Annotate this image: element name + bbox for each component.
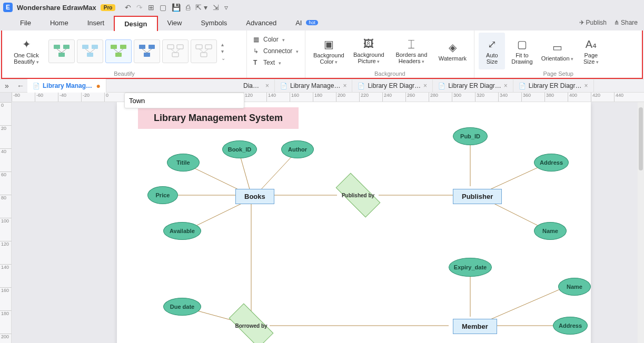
svg-rect-25 (196, 45, 202, 49)
sparkle-icon: ✦ (20, 38, 33, 51)
attr-title[interactable]: Titile (167, 154, 200, 172)
ribbon: ✦ One Click Beautify ▴▾⌄ Beautify ▦Color… (1, 31, 643, 79)
page[interactable]: Library Management System Books Publishe… (117, 102, 591, 343)
svg-line-44 (488, 286, 567, 320)
text-dropdown[interactable]: TText (251, 58, 283, 67)
attr-price[interactable]: Price (147, 186, 178, 204)
auto-size-button[interactable]: ⤢Auto Size (479, 33, 505, 69)
style-gallery-scroll[interactable]: ▴▾⌄ (219, 42, 225, 61)
tab-3[interactable]: 📄Library ER Diagr…× (352, 79, 433, 93)
canvas[interactable]: Library Management System Books Publishe… (12, 102, 644, 343)
svg-rect-2 (58, 53, 65, 57)
shape-text-input[interactable] (124, 93, 244, 108)
file-icon: 📄 (438, 83, 445, 89)
tab-1[interactable]: Dia…× (238, 79, 275, 93)
fit-to-drawing-button[interactable]: ▢Fit to Drawing (507, 33, 537, 69)
file-icon: 📄 (358, 83, 365, 89)
attr-m-address[interactable]: Address (553, 317, 588, 335)
tab-0[interactable]: 📄 Library Manag… ● (27, 79, 106, 93)
style-3[interactable] (105, 39, 132, 63)
attr-author[interactable]: Author (281, 140, 314, 158)
watermark-icon: ◈ (449, 41, 457, 54)
file-icon: 📄 (33, 83, 40, 89)
background-color-button[interactable]: ▣Background Color (310, 33, 348, 69)
attr-available[interactable]: Available (163, 222, 201, 240)
vertical-scrollbar[interactable] (638, 102, 644, 343)
attr-expiry[interactable]: Expiry_date (449, 258, 492, 277)
attr-m-name[interactable]: Name (558, 278, 591, 296)
attr-due-date[interactable]: Due date (163, 298, 201, 316)
file-icon: 📄 (280, 83, 288, 89)
entity-member[interactable]: Member (453, 319, 497, 334)
export-icon[interactable]: ⇱ ▾ (195, 3, 207, 12)
svg-line-4 (62, 49, 66, 53)
color-dropdown[interactable]: ▦Color (251, 35, 287, 44)
ribbon-group-label: Background (310, 69, 470, 77)
svg-rect-10 (111, 45, 117, 49)
attr-name[interactable]: Name (534, 222, 567, 240)
menu-insert[interactable]: Insert (78, 16, 114, 30)
style-5[interactable] (162, 39, 189, 63)
background-picture-button[interactable]: 🖼Background Picture (350, 33, 388, 69)
more-icon[interactable]: ▿ (224, 3, 228, 12)
svg-rect-1 (63, 45, 70, 49)
title-bar: E Wondershare EdrawMax Pro ↶ ↷ ⊞ ▢ 💾 ⎙ ⇱… (0, 0, 644, 15)
entity-publisher[interactable]: Publisher (453, 189, 502, 204)
attr-book-id[interactable]: Book_ID (222, 140, 257, 158)
borders-headers-button[interactable]: ⌶Borders and Headers (390, 33, 433, 69)
svg-rect-22 (172, 53, 179, 57)
svg-rect-20 (167, 45, 174, 49)
svg-line-3 (57, 49, 62, 53)
one-click-beautify-button[interactable]: ✦ One Click Beautify (6, 33, 46, 69)
tab-4[interactable]: 📄Library ER Diagr…× (433, 79, 513, 93)
tab-5[interactable]: 📄Library ER Diagr…× (513, 79, 594, 93)
watermark-button[interactable]: ◈Watermark (435, 33, 470, 69)
svg-rect-5 (82, 45, 88, 49)
print-icon[interactable]: ⎙ (186, 3, 190, 12)
orientation-icon: ▭ (552, 41, 562, 54)
scrollbar-thumb[interactable] (639, 107, 643, 170)
ribbon-group-label: Beautify (6, 69, 242, 77)
menu-symbols[interactable]: Symbols (191, 16, 236, 30)
close-icon[interactable]: × (584, 82, 588, 89)
close-icon[interactable]: × (265, 82, 269, 89)
svg-line-23 (171, 49, 175, 53)
diagram-title[interactable]: Library Management System (138, 107, 299, 129)
style-6[interactable] (191, 39, 217, 63)
tab-2[interactable]: 📄Library Manage…× (275, 79, 352, 93)
save-icon[interactable]: 💾 (172, 3, 181, 12)
style-4[interactable] (134, 39, 160, 63)
picture-icon: 🖼 (363, 38, 374, 50)
relationship-borrowed-by[interactable]: Borrowed by (230, 315, 272, 336)
attr-pub-id[interactable]: Pub_ID (453, 127, 488, 145)
menu-advanced[interactable]: Advanced (236, 16, 286, 30)
tabs-back-icon[interactable]: ← (14, 82, 27, 90)
page-size-button[interactable]: A₄Page Size (578, 33, 604, 69)
publish-button[interactable]: ✈ Publish (579, 19, 607, 26)
relationship-published-by[interactable]: Published by (337, 185, 379, 206)
svg-rect-0 (54, 45, 60, 49)
entity-books[interactable]: Books (235, 189, 274, 204)
menu-view[interactable]: View (158, 16, 192, 30)
import-icon[interactable]: ⇲ (213, 3, 219, 12)
document-tabs: » ← 📄 Library Manag… ● Dia…× 📄Library Ma… (0, 79, 644, 93)
close-icon[interactable]: × (504, 82, 508, 89)
palette-icon: ▦ (253, 36, 261, 43)
undo-icon[interactable]: ↶ (125, 3, 131, 12)
menu-file[interactable]: File (11, 16, 41, 30)
redo-icon[interactable]: ↷ (136, 3, 143, 12)
style-2[interactable] (77, 39, 103, 63)
share-button[interactable]: ⋔ Share (614, 19, 638, 26)
orientation-button[interactable]: ▭Orientation (539, 33, 576, 69)
connector-icon: ↳ (253, 47, 261, 55)
connector-dropdown[interactable]: ↳Connector (251, 46, 301, 56)
new-icon[interactable]: ⊞ (148, 3, 154, 12)
open-icon[interactable]: ▢ (160, 3, 166, 12)
tabs-scroll-right-icon[interactable]: » (0, 82, 14, 90)
attr-address[interactable]: Address (534, 154, 569, 172)
style-1[interactable] (48, 39, 75, 63)
menu-design[interactable]: Design (114, 16, 157, 31)
close-icon[interactable]: × (423, 82, 427, 89)
close-icon[interactable]: × (343, 82, 346, 89)
menu-home[interactable]: Home (41, 16, 78, 30)
